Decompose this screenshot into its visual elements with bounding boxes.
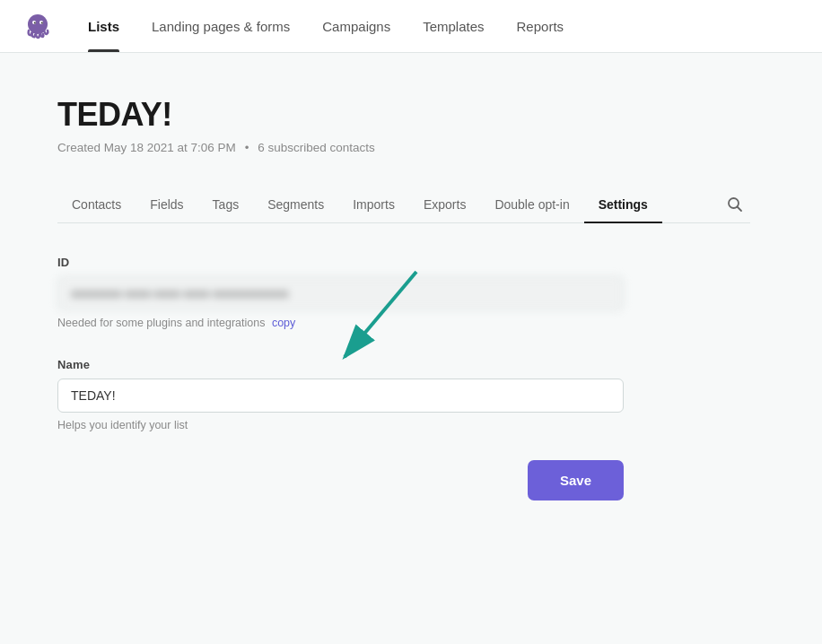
- page-title: TEDAY!: [57, 96, 750, 134]
- search-tab-button[interactable]: [720, 189, 750, 220]
- tab-segments[interactable]: Segments: [253, 187, 338, 222]
- name-label: Name: [57, 358, 750, 371]
- save-button[interactable]: Save: [528, 460, 624, 500]
- nav-item-lists[interactable]: Lists: [72, 0, 136, 52]
- created-date: Created May 18 2021 at 7:06 PM: [57, 141, 236, 154]
- name-field-section: Name Helps you identify your list: [57, 358, 750, 431]
- tab-tags[interactable]: Tags: [198, 187, 254, 222]
- nav-items: Lists Landing pages & forms Campaigns Te…: [72, 0, 580, 52]
- copy-link[interactable]: copy: [272, 317, 295, 329]
- dot-separator: •: [245, 141, 249, 154]
- tab-fields[interactable]: Fields: [136, 187, 197, 222]
- page-subtitle: Created May 18 2021 at 7:06 PM • 6 subsc…: [57, 141, 750, 154]
- svg-line-6: [738, 207, 742, 212]
- svg-point-4: [41, 22, 43, 24]
- id-field-section: ID Needed for some plugins and integrati…: [57, 256, 750, 329]
- tab-imports[interactable]: Imports: [338, 187, 409, 222]
- name-hint: Helps you identify your list: [57, 419, 750, 431]
- sub-tabs: Contacts Fields Tags Segments Imports Ex…: [57, 187, 750, 223]
- name-input[interactable]: [57, 379, 624, 413]
- nav-item-templates[interactable]: Templates: [407, 0, 500, 52]
- save-button-row: Save: [57, 460, 624, 500]
- tab-contacts[interactable]: Contacts: [57, 187, 136, 222]
- logo-icon: [22, 10, 54, 42]
- top-nav: Lists Landing pages & forms Campaigns Te…: [0, 0, 822, 53]
- nav-item-landing-pages[interactable]: Landing pages & forms: [136, 0, 306, 52]
- contacts-count: 6 subscribed contacts: [258, 141, 375, 154]
- tab-settings[interactable]: Settings: [584, 187, 662, 222]
- nav-item-reports[interactable]: Reports: [501, 0, 581, 52]
- id-input[interactable]: [57, 276, 624, 310]
- id-hint: Needed for some plugins and integrations…: [57, 317, 750, 329]
- id-label: ID: [57, 256, 750, 269]
- nav-item-campaigns[interactable]: Campaigns: [306, 0, 407, 52]
- tab-exports[interactable]: Exports: [409, 187, 480, 222]
- arrow-container: [57, 276, 624, 310]
- search-icon: [727, 196, 743, 213]
- svg-point-3: [34, 22, 36, 24]
- tab-double-opt-in[interactable]: Double opt-in: [480, 187, 583, 222]
- page-content: TEDAY! Created May 18 2021 at 7:06 PM • …: [0, 53, 808, 544]
